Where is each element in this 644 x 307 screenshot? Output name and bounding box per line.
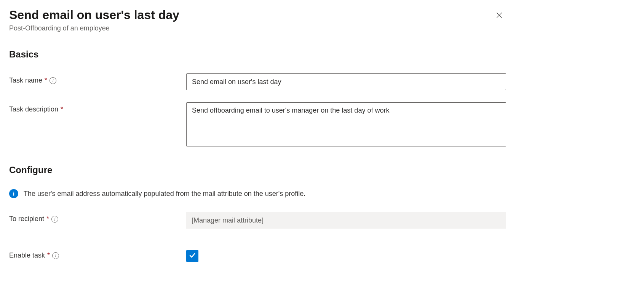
to-recipient-input: [Manager mail attribute] — [186, 212, 506, 229]
svg-rect-3 — [13, 193, 14, 196]
close-icon — [495, 14, 503, 20]
required-indicator: * — [47, 251, 50, 259]
page-subtitle: Post-Offboarding of an employee — [9, 24, 493, 32]
info-message-text: The user's email address automatically p… — [24, 190, 305, 198]
enable-task-checkbox[interactable] — [186, 250, 198, 262]
check-icon — [189, 251, 196, 261]
info-icon[interactable]: i — [51, 216, 58, 223]
section-basics-heading: Basics — [9, 49, 635, 60]
enable-task-label: Enable task — [9, 251, 45, 259]
section-configure-heading: Configure — [9, 165, 635, 175]
required-indicator: * — [46, 215, 49, 223]
required-indicator: * — [45, 76, 47, 84]
info-icon[interactable]: i — [50, 77, 56, 84]
info-icon[interactable]: i — [52, 252, 59, 259]
required-indicator: * — [61, 105, 63, 113]
page-title: Send email on user's last day — [9, 8, 493, 22]
svg-point-2 — [13, 192, 14, 193]
task-description-label: Task description — [9, 105, 58, 113]
to-recipient-label: To recipient — [9, 215, 44, 223]
task-description-input[interactable] — [186, 102, 506, 146]
task-name-label: Task name — [9, 76, 42, 84]
close-button[interactable] — [493, 9, 505, 22]
info-badge-icon — [9, 189, 18, 198]
task-name-input[interactable] — [186, 73, 506, 90]
